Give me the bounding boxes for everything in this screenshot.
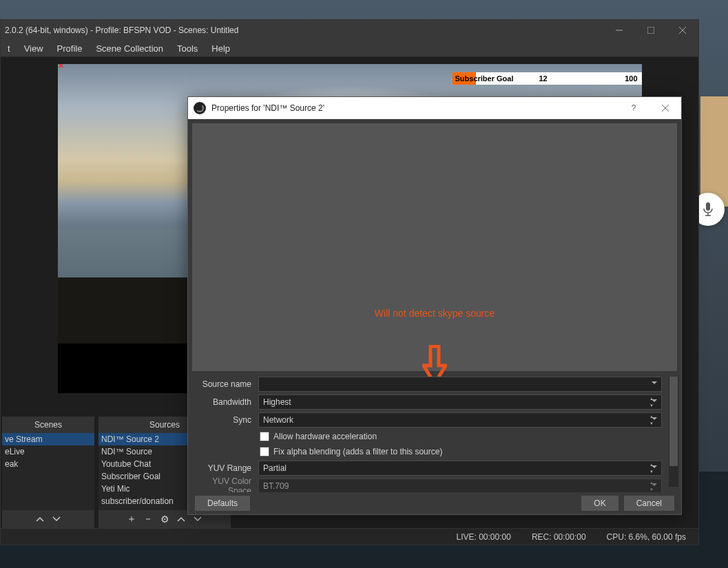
goal-label: Subscriber Goal xyxy=(453,74,514,83)
minimize-icon xyxy=(616,27,623,34)
menubar: t View Profile Scene Collection Tools He… xyxy=(1,41,698,57)
yuv-range-label: YUV Range xyxy=(188,463,258,473)
close-icon xyxy=(662,105,669,112)
menu-item[interactable]: View xyxy=(17,43,50,54)
dialog-form: Source name Bandwidth Highest▲▼ Sync Net… xyxy=(188,375,681,492)
menu-item[interactable]: Scene Collection xyxy=(89,43,170,54)
add-source-button[interactable]: ＋ xyxy=(124,512,139,526)
yuv-range-select[interactable]: Partial▲▼ xyxy=(258,461,662,476)
chevron-down-icon xyxy=(52,516,61,522)
scene-item[interactable]: ve Stream xyxy=(2,433,94,445)
scene-item[interactable]: eLive xyxy=(2,445,94,458)
chevron-up-icon xyxy=(36,516,44,522)
sync-label: Sync xyxy=(188,415,258,425)
sync-select[interactable]: Network▲▼ xyxy=(258,412,662,428)
window-title: 2.0.2 (64-bit, windows) - Profile: BFSPN… xyxy=(5,25,238,35)
status-rec: REC: 00:00:00 xyxy=(532,532,586,542)
hw-accel-checkbox[interactable] xyxy=(260,432,269,441)
defaults-button[interactable]: Defaults xyxy=(195,496,250,511)
menu-item[interactable]: Profile xyxy=(50,43,90,54)
menu-item[interactable]: t xyxy=(1,43,17,54)
dialog-help-button[interactable]: ? xyxy=(618,97,649,119)
status-bar: LIVE: 00:00:00 REC: 00:00:00 CPU: 6.6%, … xyxy=(1,528,698,545)
status-live: LIVE: 00:00:00 xyxy=(456,532,510,542)
bandwidth-select[interactable]: Highest▲▼ xyxy=(258,395,662,410)
scenes-panel: Scenes ve Stream eLive eak xyxy=(2,417,94,528)
scene-up-button[interactable] xyxy=(32,512,48,526)
dialog-footer: Defaults OK Cancel xyxy=(188,492,681,514)
minimize-button[interactable] xyxy=(603,20,635,41)
hw-accel-label: Allow hardware acceleration xyxy=(273,432,377,441)
source-name-select[interactable] xyxy=(258,377,662,392)
menu-item[interactable]: Help xyxy=(205,43,237,54)
status-cpu: CPU: 6.6%, 60.00 fps xyxy=(607,532,686,542)
yuv-space-label: YUV Color Space xyxy=(188,476,258,492)
bandwidth-label: Bandwidth xyxy=(188,397,258,407)
menu-item[interactable]: Tools xyxy=(170,43,205,54)
help-icon: ? xyxy=(632,103,636,113)
source-up-button[interactable] xyxy=(174,512,189,526)
dialog-titlebar[interactable]: Properties for 'NDI™ Source 2' ? xyxy=(188,97,681,119)
properties-dialog: Properties for 'NDI™ Source 2' ? Will no… xyxy=(187,96,682,515)
dialog-title: Properties for 'NDI™ Source 2' xyxy=(211,103,324,113)
alpha-label: Fix alpha blending (adds a filter to thi… xyxy=(273,447,442,456)
chevron-up-icon xyxy=(177,516,185,522)
remove-source-button[interactable]: － xyxy=(141,512,156,526)
microphone-icon xyxy=(701,201,715,218)
scenes-list[interactable]: ve Stream eLive eak xyxy=(2,433,94,510)
source-name-label: Source name xyxy=(188,379,258,389)
yuv-space-select[interactable]: BT.709▲▼ xyxy=(258,478,662,492)
source-error-icon: ✕ xyxy=(58,64,65,68)
scene-item[interactable]: eak xyxy=(2,458,94,470)
scene-down-button[interactable] xyxy=(49,512,64,526)
background-wood xyxy=(700,96,728,207)
maximize-button[interactable] xyxy=(635,20,667,41)
chevron-down-icon xyxy=(194,516,202,522)
svg-rect-4 xyxy=(647,27,654,34)
maximize-icon xyxy=(647,27,654,34)
dialog-scrollbar[interactable] xyxy=(669,377,678,487)
close-icon xyxy=(679,27,686,34)
obs-icon xyxy=(194,102,206,114)
gear-icon: ⚙ xyxy=(160,514,169,525)
scenes-footer xyxy=(2,510,94,528)
close-button[interactable] xyxy=(667,20,698,41)
source-settings-button[interactable]: ⚙ xyxy=(157,512,172,526)
annotation-text: Will not detect skype source xyxy=(375,308,495,319)
subscriber-goal-bar: Subscriber Goal 12 100 xyxy=(453,72,642,85)
minus-icon: － xyxy=(143,513,153,525)
goal-current: 12 xyxy=(539,74,548,83)
cancel-button[interactable]: Cancel xyxy=(624,496,674,511)
dialog-preview: Will not detect skype source xyxy=(192,123,677,371)
scenes-header: Scenes xyxy=(2,417,94,433)
ok-button[interactable]: OK xyxy=(581,496,618,511)
dialog-close-button[interactable] xyxy=(649,97,681,119)
scroll-thumb[interactable] xyxy=(669,377,678,466)
titlebar[interactable]: 2.0.2 (64-bit, windows) - Profile: BFSPN… xyxy=(1,20,698,41)
svg-rect-0 xyxy=(706,202,710,211)
alpha-checkbox[interactable] xyxy=(260,447,269,456)
goal-max: 100 xyxy=(625,74,637,83)
plus-icon: ＋ xyxy=(127,513,136,525)
